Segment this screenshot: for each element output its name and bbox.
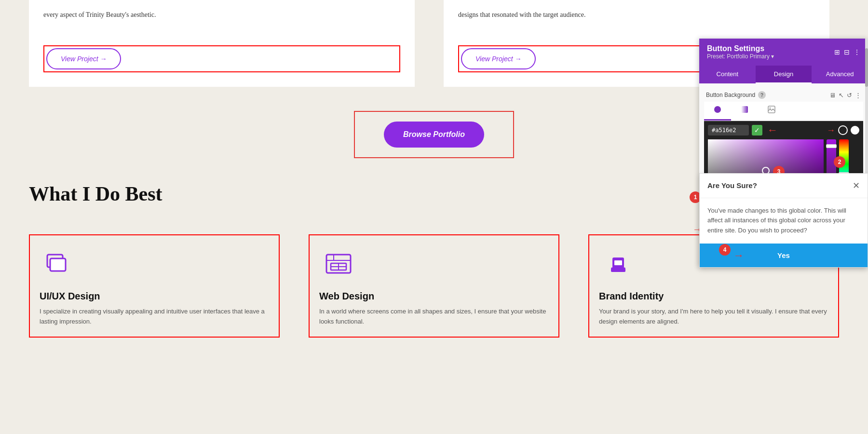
dialog-close-button[interactable]: ✕ bbox=[853, 180, 860, 191]
undo-icon[interactable]: ↺ bbox=[847, 92, 852, 99]
button-settings-panel: Button Settings Preset: Portfolio Primar… bbox=[699, 39, 868, 268]
more-options-icon[interactable]: ⋮ bbox=[855, 92, 861, 99]
cursor-icon[interactable]: ↖ bbox=[839, 92, 844, 99]
brand-title: Brand Identity bbox=[599, 291, 828, 302]
dialog-body-text: You've made changes to this global color… bbox=[707, 206, 860, 236]
service-card-web: Web Design In a world where screens come… bbox=[309, 234, 559, 338]
panel-title: Button Settings bbox=[707, 44, 774, 53]
browse-portfolio-button[interactable]: Browse Portfolio bbox=[384, 122, 484, 148]
service-card-uiux: UI/UX Design I specialize in creating vi… bbox=[29, 234, 280, 338]
svg-rect-11 bbox=[614, 260, 622, 265]
section-title: What I Do Best bbox=[29, 182, 163, 205]
dialog-badge-4: 4 bbox=[719, 244, 731, 256]
project-card-2-text: designs that resonated with the target a… bbox=[458, 10, 815, 20]
tab-design[interactable]: Design bbox=[756, 66, 812, 83]
solid-color-tab[interactable] bbox=[704, 102, 731, 121]
tab-content[interactable]: Content bbox=[699, 66, 756, 83]
panel-more-icon[interactable]: ⋮ bbox=[854, 48, 860, 56]
color-confirm-button[interactable]: ✓ bbox=[752, 125, 762, 136]
brand-desc: Your brand is your story, and I'm here t… bbox=[599, 307, 828, 327]
brand-icon bbox=[599, 245, 637, 284]
dialog-title: Are You Sure? bbox=[707, 181, 757, 190]
uiux-desc: I specialize in creating visually appeal… bbox=[40, 307, 269, 327]
svg-rect-1 bbox=[50, 258, 66, 271]
gradient-tab[interactable] bbox=[731, 102, 758, 121]
svg-point-10 bbox=[611, 267, 625, 270]
view-project-btn-2[interactable]: View Project → bbox=[461, 48, 536, 69]
badge-2: 2 bbox=[834, 156, 845, 168]
web-title: Web Design bbox=[319, 291, 549, 302]
panel-split-icon[interactable]: ⊟ bbox=[844, 48, 850, 56]
svg-rect-13 bbox=[741, 106, 748, 113]
uiux-title: UI/UX Design bbox=[40, 291, 269, 302]
panel-preset[interactable]: Preset: Portfolio Primary ▾ bbox=[707, 53, 774, 60]
web-desc: In a world where screens come in all sha… bbox=[319, 307, 549, 327]
web-icon bbox=[319, 245, 358, 284]
svg-point-12 bbox=[714, 106, 721, 113]
button-background-label: Button Background bbox=[706, 92, 755, 98]
view-project-btn-1[interactable]: View Project → bbox=[46, 48, 121, 69]
uiux-icon bbox=[40, 245, 78, 284]
svg-point-15 bbox=[769, 107, 771, 109]
project-card-1-text: every aspect of Trinity Beauty's aesthet… bbox=[43, 10, 400, 20]
help-icon[interactable]: ? bbox=[758, 91, 766, 99]
tab-advanced[interactable]: Advanced bbox=[812, 66, 868, 83]
image-tab[interactable] bbox=[758, 102, 785, 121]
are-you-sure-dialog: Are You Sure? ✕ You've made changes to t… bbox=[699, 173, 868, 268]
desktop-icon[interactable]: 🖥 bbox=[829, 92, 836, 99]
hex-color-input[interactable]: #a516e2 bbox=[708, 125, 749, 136]
panel-expand-icon[interactable]: ⊞ bbox=[834, 48, 840, 56]
